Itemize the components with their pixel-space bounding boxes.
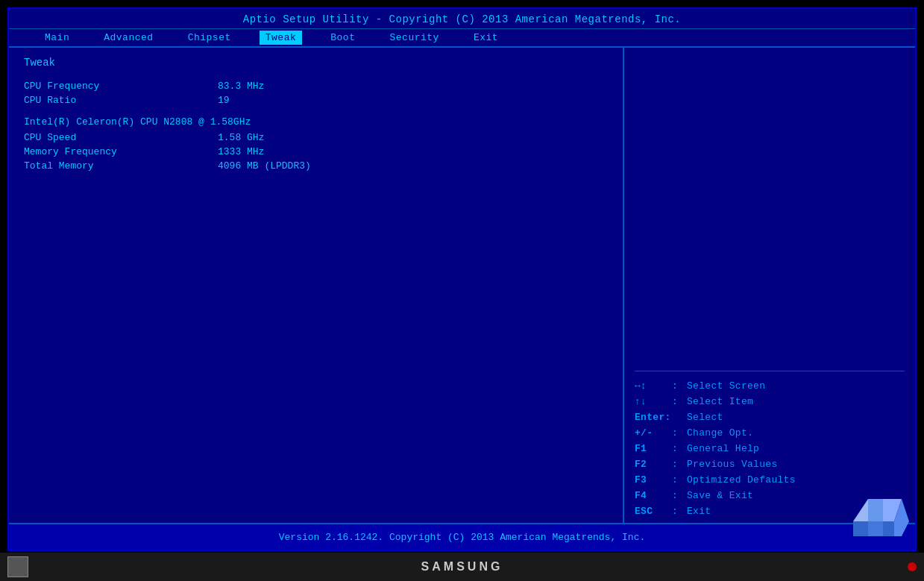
svg-marker-2 [853,521,868,536]
svg-marker-3 [868,521,883,536]
cpu-frequency-label: CPU Frequency [24,81,218,92]
help-key-plusminus: +/- [635,427,672,439]
title-text: Aptio Setup Utility - Copyright (C) 2013… [243,13,682,25]
memory-frequency-label: Memory Frequency [24,146,218,157]
help-key-f3: F3 [635,474,672,486]
help-row-f1: F1 : General Help [635,443,905,454]
cpu-speed-row: CPU Speed 1.58 GHz [24,132,608,143]
help-key-arrows: ↔↕ [635,380,672,392]
menu-item-advanced[interactable]: Advanced [98,31,159,45]
help-row-plusminus: +/- : Change Opt. [635,427,905,439]
menu-item-boot[interactable]: Boot [324,31,361,45]
title-bar: Aptio Setup Utility - Copyright (C) 2013… [9,9,915,29]
help-desc-enter: Select [687,412,723,423]
help-key-esc: ESC [635,506,672,517]
help-desc-f1: General Help [687,443,759,454]
total-memory-row: Total Memory 4096 MB (LPDDR3) [24,160,608,172]
help-row-enter: Enter: Select [635,412,905,423]
taskbar: SAMSUNG [0,553,924,581]
svg-marker-6 [883,521,894,536]
right-panel: ↔↕ : Select Screen ↑↓ : Select Item Ente… [624,48,915,529]
status-text: Version 2.16.1242. Copyright (C) 2013 Am… [279,532,645,543]
taskbar-icon [7,556,28,577]
cpu-frequency-value: 83.3 MHz [218,81,264,92]
total-memory-value: 4096 MB (LPDDR3) [218,160,311,172]
status-bar: Version 2.16.1242. Copyright (C) 2013 Am… [9,523,915,550]
cpu-ratio-label: CPU Ratio [24,95,218,106]
content-area: Tweak CPU Frequency 83.3 MHz CPU Ratio 1… [9,48,915,529]
help-desc-f4: Save & Exit [687,490,753,501]
help-desc-select-screen: Select Screen [687,380,765,392]
menu-item-tweak[interactable]: Tweak [260,31,303,45]
taskbar-indicator [908,562,917,571]
total-memory-label: Total Memory [24,160,218,172]
help-desc-f2: Previous Values [687,459,778,470]
help-key-f1: F1 [635,443,672,454]
help-row-f2: F2 : Previous Values [635,459,905,470]
help-desc-select-item: Select Item [687,396,753,407]
section-title: Tweak [24,57,608,69]
help-desc-esc: Exit [687,506,711,517]
help-desc-plusminus: Change Opt. [687,427,753,439]
help-key-enter: Enter: [635,412,672,423]
help-key-f2: F2 [635,459,672,470]
help-row-select-item: ↑↓ : Select Item [635,396,905,407]
bios-screen: Aptio Setup Utility - Copyright (C) 2013… [7,7,917,551]
menu-item-chipset[interactable]: Chipset [182,31,237,45]
cpu-frequency-row: CPU Frequency 83.3 MHz [24,81,608,92]
left-panel: Tweak CPU Frequency 83.3 MHz CPU Ratio 1… [9,48,624,529]
memory-frequency-value: 1333 MHz [218,146,264,157]
menu-item-main[interactable]: Main [39,31,75,45]
help-desc-f3: Optimized Defaults [687,474,796,486]
memory-frequency-row: Memory Frequency 1333 MHz [24,146,608,157]
taskbar-brand: SAMSUNG [421,560,503,574]
logo-area [846,484,913,544]
cpu-ratio-value: 19 [218,95,230,106]
help-key-updown: ↑↓ [635,396,672,407]
menu-bar[interactable]: Main Advanced Chipset Tweak Boot Securit… [9,29,915,48]
help-key-f4: F4 [635,490,672,501]
menu-item-exit[interactable]: Exit [468,31,504,45]
cpu-speed-label: CPU Speed [24,132,218,143]
help-row-select-screen: ↔↕ : Select Screen [635,380,905,392]
cpu-info-title: Intel(R) Celeron(R) CPU N2808 @ 1.58GHz [24,116,608,128]
menu-item-security[interactable]: Security [383,31,444,45]
tweaktown-logo-icon [846,484,913,544]
cpu-ratio-row: CPU Ratio 19 [24,95,608,106]
cpu-speed-value: 1.58 GHz [218,132,264,143]
